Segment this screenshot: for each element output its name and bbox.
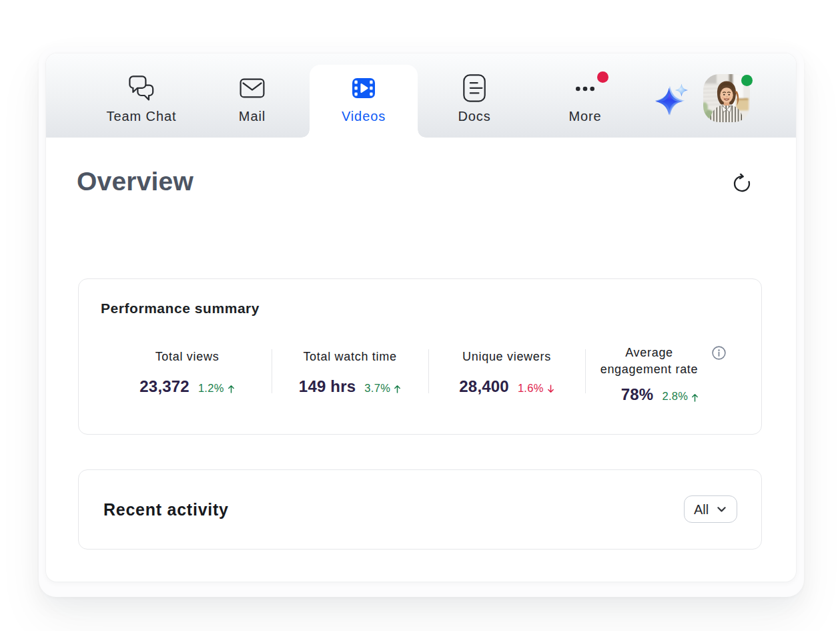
trend-up-arrow bbox=[228, 384, 235, 393]
tab-bar: Team Chat Mail bbox=[46, 53, 796, 138]
app-panel: Team Chat Mail bbox=[46, 53, 796, 582]
metric-value-row: 78% 2.8% bbox=[621, 385, 699, 406]
delta-text: 1.2% bbox=[198, 378, 224, 398]
videos-icon bbox=[352, 73, 375, 103]
metric-value-row: 28,400 1.6% bbox=[459, 377, 554, 398]
metric-value-row: 149 hrs 3.7% bbox=[299, 377, 401, 398]
metric-label: Unique viewers bbox=[462, 348, 551, 365]
metric-value: 78% bbox=[621, 385, 654, 405]
metric-label: Total views bbox=[155, 348, 220, 365]
metric-value-row: 23,372 1.2% bbox=[139, 377, 234, 398]
delta-text: 2.8% bbox=[662, 386, 688, 406]
tab-label-videos: Videos bbox=[342, 108, 386, 125]
metric-delta: 1.6% bbox=[518, 378, 554, 398]
tab-label-docs: Docs bbox=[458, 108, 490, 125]
filter-label: All bbox=[694, 503, 709, 516]
user-avatar[interactable] bbox=[703, 74, 750, 122]
metric-delta: 2.8% bbox=[662, 386, 699, 406]
metric-average-engagement-rate: Average engagement rate 78% 2.8% bbox=[585, 343, 713, 406]
metric-value: 149 hrs bbox=[299, 377, 356, 397]
metric-total-watch-time: Total watch time 149 hrs 3.7% bbox=[272, 343, 428, 398]
tab-team-chat[interactable]: Team Chat bbox=[87, 53, 195, 138]
info-button[interactable] bbox=[712, 346, 726, 360]
delta-text: 3.7% bbox=[364, 378, 390, 398]
refresh-button[interactable] bbox=[733, 174, 751, 192]
tab-videos[interactable]: Videos bbox=[310, 53, 418, 138]
performance-summary-card: Performance summary Total views 23,372 1… bbox=[78, 278, 762, 435]
app-window: Team Chat Mail bbox=[39, 47, 804, 597]
metric-value: 28,400 bbox=[459, 377, 509, 397]
activity-filter-dropdown[interactable]: All bbox=[684, 495, 737, 523]
more-icon bbox=[571, 73, 599, 103]
screen: Team Chat Mail bbox=[0, 0, 840, 631]
recent-activity-title: Recent activity bbox=[103, 499, 229, 520]
tab-label-mail: Mail bbox=[239, 108, 266, 125]
ai-companion-icon[interactable] bbox=[651, 81, 689, 120]
trend-up-arrow bbox=[394, 384, 401, 393]
page-title: Overview bbox=[77, 166, 193, 197]
notification-badge bbox=[597, 71, 608, 83]
trend-down-arrow bbox=[547, 384, 554, 393]
metric-label: Total watch time bbox=[303, 348, 396, 365]
docs-icon bbox=[463, 73, 486, 103]
refresh-icon bbox=[733, 174, 751, 192]
metric-unique-viewers: Unique viewers 28,400 1.6% bbox=[428, 343, 585, 398]
performance-summary-title: Performance summary bbox=[101, 299, 260, 318]
metric-value: 23,372 bbox=[139, 377, 189, 397]
metric-delta: 3.7% bbox=[364, 378, 401, 398]
recent-activity-card: Recent activity All bbox=[78, 469, 762, 550]
delta-text: 1.6% bbox=[518, 378, 544, 398]
tab-docs[interactable]: Docs bbox=[420, 53, 528, 138]
tab-label-team-chat: Team Chat bbox=[107, 108, 177, 125]
metrics-row: Total views 23,372 1.2% Total watch time… bbox=[109, 343, 732, 418]
chevron-down-icon bbox=[717, 507, 726, 512]
info-icon bbox=[712, 346, 726, 360]
tab-mail[interactable]: Mail bbox=[198, 53, 306, 138]
metric-delta: 1.2% bbox=[198, 378, 235, 398]
tab-more[interactable]: More bbox=[531, 53, 639, 138]
tab-label-more: More bbox=[568, 108, 601, 125]
trend-up-arrow bbox=[691, 393, 699, 401]
presence-indicator-online bbox=[741, 75, 753, 86]
team-chat-icon bbox=[129, 73, 154, 103]
metric-total-views: Total views 23,372 1.2% bbox=[109, 343, 265, 398]
mail-icon bbox=[240, 73, 265, 103]
metric-label: Average engagement rate bbox=[596, 345, 703, 378]
